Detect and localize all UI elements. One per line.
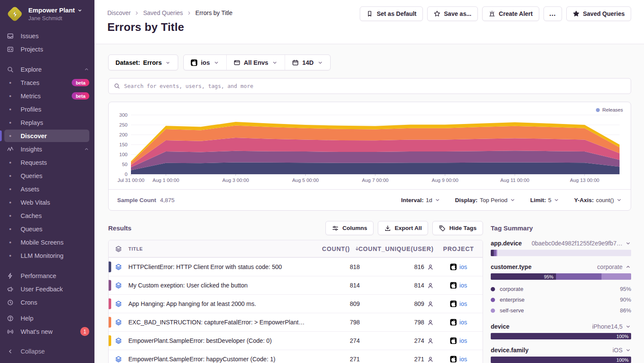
series-color-bar	[109, 299, 111, 309]
error-title-cell[interactable]: EmpowerPlant.SampleError: happyCustomer …	[128, 356, 313, 363]
sidebar-item-explore[interactable]: Explore	[0, 63, 94, 76]
tag-header[interactable]: customer.type corporate	[491, 263, 631, 270]
svg-text:Jul 31 00:00: Jul 31 00:00	[118, 178, 145, 183]
export-all-button[interactable]: Export All	[378, 221, 428, 235]
error-title-cell[interactable]: My Custom exeption: User clicked the but…	[128, 282, 313, 289]
stack-events-icon[interactable]	[115, 263, 122, 270]
sidebar-item-assets[interactable]: •Assets	[0, 182, 94, 196]
sidebar-item-queries[interactable]: •Queries	[0, 169, 94, 182]
sidebar-item-web-vitals[interactable]: •Web Vitals	[0, 196, 94, 209]
project-link[interactable]: ios	[459, 282, 467, 289]
project-cell[interactable]: ios	[434, 282, 483, 289]
button-label: Export All	[395, 225, 422, 231]
stack-events-icon[interactable]	[115, 356, 122, 363]
display-control[interactable]: Display:Top Period	[455, 197, 516, 203]
project-filter[interactable]: ios	[184, 55, 226, 70]
tag-distribution-bar[interactable]: 95%	[491, 273, 631, 280]
tag-legend-row[interactable]: corporate 95%	[491, 284, 631, 294]
date-range-filter[interactable]: 14D	[285, 55, 330, 70]
tag-distribution-bar[interactable]	[491, 250, 631, 256]
sidebar-item-profiles[interactable]: •Profiles	[0, 103, 94, 116]
control-label: Y-Axis:	[574, 197, 594, 203]
sidebar-item-projects[interactable]: Projects	[0, 42, 94, 56]
limit-control[interactable]: Limit:5	[530, 197, 559, 203]
sidebar-item-traces[interactable]: •Tracesbeta	[0, 76, 94, 89]
sidebar-item-what-s-new[interactable]: What's new1	[0, 325, 94, 338]
hide-tags-button[interactable]: Hide Tags	[432, 221, 483, 235]
sidebar-item-issues[interactable]: Issues	[0, 29, 94, 42]
project-cell[interactable]: ios	[434, 356, 483, 363]
sidebar-item-llm-monitoring[interactable]: •LLM Monitoring	[0, 249, 94, 262]
sidebar-item-label: Crons	[21, 299, 89, 306]
org-switcher[interactable]: Empower Plant Jane Schmidt	[0, 0, 94, 27]
project-cell[interactable]: ios	[434, 337, 483, 344]
project-link[interactable]: ios	[459, 263, 467, 270]
chart-legend[interactable]: Releases	[596, 107, 623, 112]
download-icon	[384, 225, 391, 232]
sidebar-item-user-feedback[interactable]: User Feedback	[0, 282, 94, 296]
tag-legend-row[interactable]: self-serve 86%	[491, 305, 631, 316]
project-link[interactable]: ios	[459, 356, 467, 363]
project-link[interactable]: ios	[459, 337, 467, 344]
project-link[interactable]: ios	[459, 300, 467, 307]
environment-filter[interactable]: All Envs	[226, 55, 285, 70]
column-header-title[interactable]: TITLE	[128, 246, 313, 251]
sidebar-item-requests[interactable]: •Requests	[0, 156, 94, 169]
error-title-cell[interactable]: HTTPClientError: HTTP Client Error with …	[128, 263, 313, 270]
error-title-cell[interactable]: App Hanging: App hanging for at least 20…	[128, 300, 313, 307]
tag-header[interactable]: device iPhone14,5	[491, 323, 631, 330]
sidebar-item-replays[interactable]: •Replays	[0, 116, 94, 129]
tag-distribution-bar[interactable]: 100%	[491, 333, 631, 339]
sidebar-collapse-button[interactable]: Collapse	[0, 344, 94, 359]
create-alert-button[interactable]: Create Alert	[482, 6, 539, 21]
project-cell[interactable]: ios	[434, 263, 483, 270]
bookmark-icon	[366, 10, 373, 17]
chevron-right-icon	[186, 10, 192, 16]
yaxis-control[interactable]: Y-Axis:count()	[574, 197, 622, 203]
tag-header[interactable]: device.family iOS	[491, 347, 631, 354]
tag-legend-row[interactable]: enterprise 90%	[491, 294, 631, 305]
column-header-project[interactable]: PROJECT	[434, 245, 483, 252]
search-bar	[108, 78, 631, 94]
stack-events-icon[interactable]	[115, 300, 122, 307]
dataset-filter[interactable]: Dataset: Errors	[108, 54, 178, 70]
column-header-count-unique[interactable]: COUNT_UNIQUE(USER)	[361, 245, 434, 252]
sidebar-item-insights[interactable]: Insights	[0, 142, 94, 156]
error-title-cell[interactable]: EmpowerPlant.SampleError: bestDeveloper …	[128, 337, 313, 344]
sidebar-item-mobile-screens[interactable]: •Mobile Screens	[0, 236, 94, 249]
chart-controls: Interval:1dDisplay:Top PeriodLimit:5Y-Ax…	[401, 197, 622, 203]
stack-events-icon[interactable]	[115, 337, 122, 344]
sidebar-item-metrics[interactable]: •Metricsbeta	[0, 89, 94, 103]
breadcrumb-saved-queries[interactable]: Saved Queries	[143, 9, 183, 16]
sidebar-item-crons[interactable]: Crons	[0, 296, 94, 309]
tag-distribution-bar[interactable]: 100%	[491, 357, 631, 363]
button-label: Create Alert	[499, 10, 533, 17]
sidebar-item-help[interactable]: Help	[0, 312, 94, 325]
sidebar-item-label: Profiles	[21, 106, 89, 113]
breadcrumb-discover[interactable]: Discover	[107, 9, 131, 16]
sidebar-item-performance[interactable]: Performance	[0, 269, 94, 282]
more-options-button[interactable]: …	[544, 6, 562, 21]
columns-button[interactable]: Columns	[325, 221, 374, 235]
search-input[interactable]	[124, 83, 626, 89]
set-as-default-button[interactable]: Set as Default	[360, 6, 423, 21]
project-cell[interactable]: ios	[434, 300, 483, 307]
stacked-area-chart[interactable]: Releases 050100150200250300Jul 31 00:00A…	[109, 102, 631, 189]
segment-percent-label: 95%	[544, 274, 556, 279]
tag-header[interactable]: app.device 0baebc0de4982f1255f2e9e9fb7…	[491, 240, 631, 247]
sidebar-item-label: Projects	[21, 46, 89, 53]
saved-queries-button[interactable]: Saved Queries	[566, 6, 631, 21]
stack-events-icon[interactable]	[115, 282, 122, 289]
column-header-count[interactable]: COUNT()	[313, 245, 361, 252]
sidebar-item-discover[interactable]: •Discover	[0, 129, 94, 142]
project-link[interactable]: ios	[459, 319, 467, 326]
interval-control[interactable]: Interval:1d	[401, 197, 440, 203]
sidebar-item-caches[interactable]: •Caches	[0, 209, 94, 222]
sidebar-item-queues[interactable]: •Queues	[0, 222, 94, 236]
stack-events-icon[interactable]	[115, 319, 122, 326]
save-as-button[interactable]: Save as...	[427, 6, 478, 21]
project-cell[interactable]: ios	[434, 319, 483, 326]
apple-icon	[450, 300, 457, 307]
error-title-cell[interactable]: EXC_BAD_INSTRUCTION: captureFatalError: …	[128, 319, 313, 326]
svg-text:Aug 13 00:00: Aug 13 00:00	[570, 178, 599, 183]
